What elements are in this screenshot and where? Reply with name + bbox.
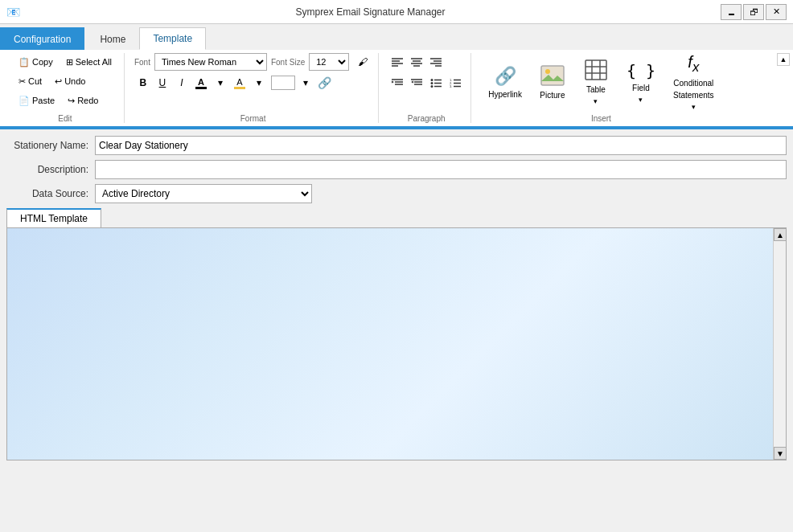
select-all-button[interactable]: ⊞ Select All (60, 53, 117, 71)
svg-point-20 (431, 79, 433, 81)
maximize-button[interactable]: 🗗 (743, 4, 764, 20)
ribbon-group-paragraph: 1.2.3. Paragraph (382, 53, 471, 123)
svg-point-22 (431, 82, 433, 84)
paste-icon: 📄 (18, 96, 30, 106)
ribbon-group-format: Font Times New Roman Arial Verdana Font … (128, 53, 379, 123)
description-label: Description: (6, 164, 95, 175)
paste-button[interactable]: 📄 Paste (13, 92, 60, 109)
font-size-select[interactable]: 12 10 14 (309, 53, 349, 71)
bullet-list-button[interactable] (427, 74, 445, 92)
field-icon: { } (627, 61, 655, 80)
html-template-tab[interactable]: HTML Template (6, 208, 101, 227)
editor-section: HTML Template ▲ ▼ (6, 208, 787, 460)
tab-configuration[interactable]: Configuration (0, 27, 84, 50)
conditional-dropdown-arrow: ▾ (692, 103, 696, 111)
paragraph-group-label: Paragraph (388, 111, 464, 123)
description-input[interactable] (95, 160, 787, 179)
align-center-button[interactable] (408, 53, 425, 71)
stationery-name-row: Stationery Name: (6, 136, 787, 155)
undo-icon: ↩ (55, 76, 62, 87)
scroll-up-button[interactable]: ▲ (774, 228, 787, 241)
ribbon: 📋 Copy ⊞ Select All ✂ Cut ↩ Und (0, 50, 793, 129)
highlight-swatch (234, 87, 245, 89)
svg-point-24 (431, 85, 433, 88)
font-family-select[interactable]: Times New Roman Arial Verdana (154, 53, 267, 71)
highlight-color-button[interactable]: A (231, 74, 249, 92)
edit-group-label: Edit (13, 111, 117, 123)
table-icon (585, 59, 607, 82)
picture-icon (540, 65, 565, 88)
numbered-list-button[interactable]: 1.2.3. (446, 74, 464, 92)
font-label: Font (134, 58, 150, 67)
font-color-button[interactable]: A (192, 74, 210, 92)
font-size-label: Font Size (271, 58, 305, 67)
table-button[interactable]: Table ▾ (576, 53, 616, 111)
align-right-button[interactable] (427, 53, 445, 71)
field-button[interactable]: { } Field ▾ (619, 53, 663, 111)
tab-template[interactable]: Template (139, 27, 206, 50)
select-all-icon: ⊞ (66, 57, 73, 68)
svg-point-33 (545, 69, 550, 74)
font-color-swatch (195, 87, 207, 89)
window-controls: 🗕 🗗 ✕ (721, 4, 787, 20)
ribbon-group-insert: 🔗 Hyperlink Picture (475, 53, 727, 123)
data-source-row: Data Source: Active Directory LDAP Excha… (6, 184, 787, 203)
stationery-name-input[interactable] (95, 136, 787, 155)
copy-button[interactable]: 📋 Copy (13, 53, 59, 71)
picture-button[interactable]: Picture (532, 53, 573, 111)
border-box (271, 76, 295, 90)
hyperlink-button[interactable]: 🔗 Hyperlink (481, 53, 529, 111)
redo-icon: ↪ (68, 96, 75, 106)
format-group-label: Format (134, 111, 372, 123)
table-dropdown-arrow: ▾ (594, 97, 598, 105)
align-left-button[interactable] (388, 53, 406, 71)
copy-icon: 📋 (18, 57, 30, 68)
svg-rect-35 (586, 60, 606, 80)
redo-button[interactable]: ↪ Redo (62, 92, 104, 109)
underline-button[interactable]: U (154, 74, 171, 92)
vertical-scrollbar[interactable]: ▲ ▼ (773, 228, 786, 460)
window-title: Symprex Email Signature Manager (20, 6, 721, 18)
chain-link-button[interactable]: 🔗 (316, 74, 334, 92)
field-dropdown-arrow: ▾ (639, 96, 643, 104)
ribbon-collapse-button[interactable]: ▲ (777, 53, 790, 66)
tab-home[interactable]: Home (86, 27, 139, 50)
editor-wrapper: ▲ ▼ (6, 227, 787, 460)
undo-button[interactable]: ↩ Undo (49, 72, 91, 90)
editor-canvas[interactable] (7, 228, 773, 460)
close-button[interactable]: ✕ (766, 4, 787, 20)
stationery-name-label: Stationery Name: (6, 140, 95, 151)
italic-button[interactable]: I (173, 74, 191, 92)
scroll-down-button[interactable]: ▼ (774, 447, 787, 460)
data-source-select[interactable]: Active Directory LDAP Exchange Manual (95, 184, 312, 203)
data-source-label: Data Source: (6, 188, 95, 199)
scroll-track (774, 241, 786, 447)
svg-text:3.: 3. (450, 84, 452, 88)
svg-marker-15 (392, 81, 394, 84)
svg-rect-32 (541, 66, 564, 85)
conditional-icon: fx (688, 53, 699, 76)
font-color-dropdown[interactable]: ▾ (212, 74, 229, 92)
minimize-button[interactable]: 🗕 (721, 4, 742, 20)
app-icon: 📧 (6, 6, 20, 18)
highlight-dropdown[interactable]: ▾ (250, 74, 268, 92)
template-tab-bar: HTML Template (6, 208, 787, 227)
main-layout: Stationery Name: Description: Data Sourc… (0, 129, 793, 532)
cut-button[interactable]: ✂ Cut (13, 72, 47, 90)
ribbon-tab-bar: Configuration Home Template (0, 24, 793, 50)
hyperlink-icon: 🔗 (495, 66, 516, 87)
indent-increase-button[interactable] (408, 74, 425, 92)
indent-decrease-button[interactable] (388, 74, 406, 92)
conditional-statements-button[interactable]: fx Conditional Statements ▾ (666, 53, 721, 111)
insert-group-label: Insert (481, 111, 721, 123)
bold-button[interactable]: B (134, 74, 152, 92)
cut-icon: ✂ (18, 76, 26, 87)
svg-marker-19 (411, 81, 413, 84)
border-dropdown[interactable]: ▾ (297, 74, 314, 92)
title-bar: 📧 Symprex Email Signature Manager 🗕 🗗 ✕ (0, 0, 793, 24)
format-painter-button[interactable]: 🖌 (354, 53, 372, 71)
description-row: Description: (6, 160, 787, 179)
ribbon-group-edit: 📋 Copy ⊞ Select All ✂ Cut ↩ Und (6, 53, 125, 123)
